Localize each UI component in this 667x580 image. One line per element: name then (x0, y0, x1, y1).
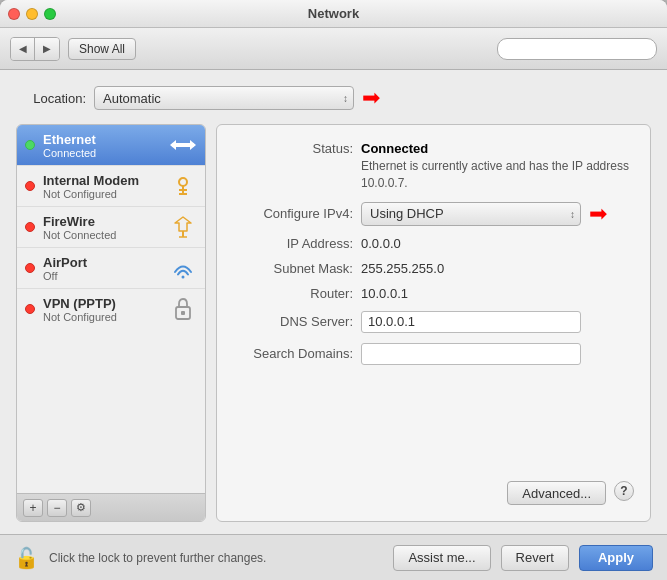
sidebar-item-firewire[interactable]: FireWire Not Connected (17, 207, 205, 248)
subnet-mask-row: Subnet Mask: 255.255.255.0 (233, 261, 634, 276)
vpn-status-dot (25, 304, 35, 314)
router-value: 10.0.0.1 (361, 286, 408, 301)
dns-server-input[interactable] (361, 311, 581, 333)
airport-status: Off (43, 270, 161, 282)
search-domains-row: Search Domains: (233, 343, 634, 365)
sidebar-item-internal-modem[interactable]: Internal Modem Not Configured (17, 166, 205, 207)
assist-me-button[interactable]: Assist me... (393, 545, 490, 571)
sidebar-item-ethernet[interactable]: Ethernet Connected (17, 125, 205, 166)
svg-marker-1 (170, 140, 176, 150)
airport-icon (169, 254, 197, 282)
search-domains-label: Search Domains: (233, 346, 353, 361)
firewire-icon (169, 213, 197, 241)
vpn-name: VPN (PPTP) (43, 296, 161, 311)
lock-text: Click the lock to prevent further change… (49, 551, 383, 565)
status-description: Ethernet is currently active and has the… (361, 158, 634, 192)
firewire-status: Not Connected (43, 229, 161, 241)
status-label: Status: (233, 141, 353, 156)
dns-server-row: DNS Server: (233, 311, 634, 333)
lock-icon: 🔓 (14, 546, 39, 570)
vpn-icon (169, 295, 197, 323)
search-wrapper: 🔍 (497, 38, 657, 60)
help-button[interactable]: ? (614, 481, 634, 501)
revert-button[interactable]: Revert (501, 545, 569, 571)
subnet-mask-value: 255.255.255.0 (361, 261, 444, 276)
network-window: Network ◀ ▶ Show All 🔍 Location: Automat… (0, 0, 667, 580)
settings-button[interactable]: ⚙ (71, 499, 91, 517)
advanced-button[interactable]: Advanced... (507, 481, 606, 505)
router-label: Router: (233, 286, 353, 301)
airport-name: AirPort (43, 255, 161, 270)
location-arrow-indicator: ➡ (362, 87, 380, 109)
ip-address-row: IP Address: 0.0.0.0 (233, 236, 634, 251)
ipv4-arrow-indicator: ➡ (589, 203, 607, 225)
nav-buttons: ◀ ▶ (10, 37, 60, 61)
internal-modem-icon (169, 172, 197, 200)
close-button[interactable] (8, 8, 20, 20)
svg-marker-2 (190, 140, 196, 150)
status-row: Status: Connected Ethernet is currently … (233, 141, 634, 192)
dns-server-label: DNS Server: (233, 314, 353, 329)
location-row: Location: Automatic Edit Locations... ↕ … (16, 82, 651, 114)
sidebar-list: Ethernet Connected (17, 125, 205, 493)
bottom-bar: 🔓 Click the lock to prevent further chan… (0, 534, 667, 580)
ethernet-icon (169, 131, 197, 159)
remove-service-button[interactable]: − (47, 499, 67, 517)
location-label: Location: (16, 91, 86, 106)
location-select[interactable]: Automatic Edit Locations... (94, 86, 354, 110)
configure-ipv4-label: Configure IPv4: (233, 206, 353, 221)
window-title: Network (308, 6, 359, 21)
sidebar-item-vpn[interactable]: VPN (PPTP) Not Configured (17, 289, 205, 329)
ipv4-select-wrapper: Using DHCP Manually Using BOOTP Off ↕ ➡ (361, 202, 607, 226)
ip-address-label: IP Address: (233, 236, 353, 251)
search-domains-input[interactable] (361, 343, 581, 365)
airport-status-dot (25, 263, 35, 273)
ethernet-name: Ethernet (43, 132, 161, 147)
body-area: Ethernet Connected (16, 124, 651, 522)
sidebar: Ethernet Connected (16, 124, 206, 522)
apply-button[interactable]: Apply (579, 545, 653, 571)
minimize-button[interactable] (26, 8, 38, 20)
detail-bottom-buttons: Advanced... ? (233, 481, 634, 505)
add-service-button[interactable]: + (23, 499, 43, 517)
traffic-lights (8, 8, 56, 20)
internal-modem-status: Not Configured (43, 188, 161, 200)
internal-modem-name: Internal Modem (43, 173, 161, 188)
status-value: Connected (361, 141, 634, 156)
ipv4-select[interactable]: Using DHCP Manually Using BOOTP Off (361, 202, 581, 226)
subnet-mask-label: Subnet Mask: (233, 261, 353, 276)
sidebar-bottom: + − ⚙ (17, 493, 205, 521)
detail-panel: Status: Connected Ethernet is currently … (216, 124, 651, 522)
back-button[interactable]: ◀ (11, 38, 35, 60)
svg-point-10 (182, 276, 185, 279)
firewire-status-dot (25, 222, 35, 232)
ethernet-status-dot (25, 140, 35, 150)
router-row: Router: 10.0.0.1 (233, 286, 634, 301)
ethernet-status: Connected (43, 147, 161, 159)
main-content: Location: Automatic Edit Locations... ↕ … (0, 70, 667, 534)
ip-address-value: 0.0.0.0 (361, 236, 401, 251)
svg-marker-7 (175, 217, 191, 231)
firewire-name: FireWire (43, 214, 161, 229)
location-select-wrapper: Automatic Edit Locations... ↕ ➡ (94, 86, 380, 110)
configure-ipv4-row: Configure IPv4: Using DHCP Manually Usin… (233, 202, 634, 226)
internal-modem-status-dot (25, 181, 35, 191)
search-input[interactable] (497, 38, 657, 60)
titlebar: Network (0, 0, 667, 28)
vpn-status: Not Configured (43, 311, 161, 323)
show-all-button[interactable]: Show All (68, 38, 136, 60)
toolbar: ◀ ▶ Show All 🔍 (0, 28, 667, 70)
maximize-button[interactable] (44, 8, 56, 20)
svg-rect-12 (181, 311, 185, 315)
forward-button[interactable]: ▶ (35, 38, 59, 60)
sidebar-item-airport[interactable]: AirPort Off (17, 248, 205, 289)
svg-point-3 (179, 178, 187, 186)
